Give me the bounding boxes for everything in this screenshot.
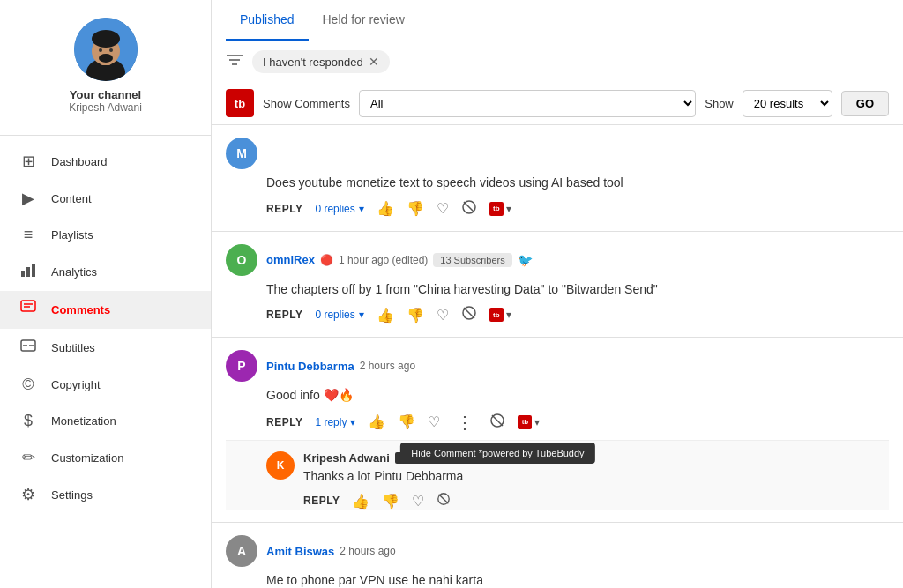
- sidebar-item-label: Analytics: [51, 265, 97, 279]
- sidebar-item-label: Customization: [51, 451, 123, 465]
- comment-time: 2 hours ago: [340, 545, 395, 557]
- tubebuddy-action[interactable]: tb ▾: [489, 308, 511, 322]
- reply-text: Thanks a lot Pintu Debbarma: [303, 468, 889, 486]
- tb-mini-logo: tb: [518, 415, 532, 429]
- sidebar-item-comments[interactable]: Comments: [0, 291, 211, 329]
- go-button[interactable]: GO: [841, 91, 889, 116]
- comment-author[interactable]: Pintu Debbarma: [266, 360, 354, 373]
- comment-header: P Pintu Debbarma 2 hours ago: [226, 350, 889, 382]
- reply-count: 0 replies: [315, 203, 354, 215]
- comment-author[interactable]: Amit Biswas: [266, 545, 334, 558]
- hide-icon[interactable]: [461, 199, 477, 219]
- reply-count: 1 reply: [315, 416, 347, 428]
- comment-block: P Pintu Debbarma 2 hours ago Good info ❤…: [212, 338, 903, 523]
- more-options-button[interactable]: ⋮: [452, 412, 477, 433]
- comment-meta: omniRex 🔴 1 hour ago (edited) 13 Subscri…: [266, 253, 533, 267]
- tab-published[interactable]: Published: [226, 0, 309, 41]
- comment-block: M Does youtube monetize text to speech v…: [212, 125, 903, 232]
- comment-time: 1 hour ago (edited): [339, 254, 428, 266]
- hide-icon[interactable]: [489, 413, 505, 432]
- filter-chip: I haven't responded ✕: [252, 50, 390, 73]
- replies-toggle[interactable]: 0 replies ▾: [315, 309, 363, 321]
- thumbs-up-icon[interactable]: 👍: [377, 307, 394, 324]
- sidebar-item-subtitles[interactable]: Subtitles: [0, 329, 211, 367]
- sidebar-item-settings[interactable]: ⚙ Settings: [0, 476, 211, 513]
- tb-dropdown-icon: ▾: [534, 416, 540, 428]
- filter-icon[interactable]: [226, 53, 243, 71]
- sidebar-item-copyright[interactable]: © Copyright: [0, 367, 211, 403]
- show-comments-select[interactable]: All Unread Questions Liked: [359, 90, 696, 117]
- replies-toggle[interactable]: 0 replies ▾: [315, 203, 363, 215]
- heart-icon[interactable]: ♡: [412, 493, 424, 510]
- comments-icon: [18, 300, 39, 320]
- sidebar-item-content[interactable]: ▶ Content: [0, 180, 211, 217]
- svg-point-4: [92, 30, 120, 48]
- sidebar-item-monetization[interactable]: $ Monetization: [0, 403, 211, 439]
- sidebar-item-dashboard[interactable]: ⊞ Dashboard: [0, 143, 211, 180]
- monetization-icon: $: [18, 412, 39, 430]
- sidebar-item-label: Comments: [51, 303, 110, 316]
- comment-text: The chapters off by 1 from "China harves…: [266, 281, 889, 299]
- avatar: [74, 18, 138, 81]
- channel-info: Your channel Kripesh Adwani: [69, 18, 142, 114]
- thumbs-up-icon[interactable]: 👍: [368, 413, 385, 430]
- comment-author[interactable]: omniRex: [266, 253, 315, 266]
- tubebuddy-action[interactable]: tb ▾: [518, 415, 540, 429]
- svg-point-6: [99, 48, 102, 52]
- hide-icon[interactable]: [437, 492, 451, 510]
- thumbs-up-icon[interactable]: 👍: [352, 493, 369, 510]
- filter-chip-close[interactable]: ✕: [369, 55, 379, 69]
- comment-avatar: M: [226, 138, 257, 169]
- svg-rect-9: [26, 267, 30, 277]
- thumbs-down-icon[interactable]: 👎: [398, 413, 415, 430]
- sidebar-item-playlists[interactable]: ≡ Playlists: [0, 217, 211, 253]
- tb-dropdown-icon: ▾: [506, 309, 511, 321]
- heart-icon[interactable]: ♡: [437, 200, 449, 217]
- red-arrow: [880, 385, 903, 447]
- results-select[interactable]: 20 results 50 results 100 results: [743, 90, 832, 117]
- verified-icon: 🔴: [320, 254, 333, 266]
- tb-mini-logo: tb: [489, 308, 504, 322]
- dashboard-icon: ⊞: [18, 152, 39, 171]
- thumbs-down-icon[interactable]: 👎: [407, 307, 424, 324]
- tubebuddy-bar: tb Show Comments All Unread Questions Li…: [212, 82, 903, 125]
- replies-toggle[interactable]: 1 reply ▾: [315, 416, 355, 428]
- comment-block: O omniRex 🔴 1 hour ago (edited) 13 Subsc…: [212, 232, 903, 339]
- comment-text: Me to phone par VPN use he nahi karta: [266, 572, 889, 588]
- reply-button[interactable]: REPLY: [266, 416, 302, 428]
- sidebar-item-customization[interactable]: ✏ Customization: [0, 439, 211, 476]
- thumbs-up-icon[interactable]: 👍: [377, 200, 394, 217]
- tb-mini-logo: tb: [489, 202, 504, 216]
- reply-content: Kripesh Adwani ✓ 1 second ago Thanks a l…: [303, 451, 889, 510]
- customization-icon: ✏: [18, 448, 39, 467]
- comment-actions: REPLY 0 replies ▾ 👍 👎 ♡ tb ▾: [266, 305, 889, 324]
- hide-icon[interactable]: [461, 305, 477, 324]
- reply-button[interactable]: REPLY: [266, 203, 302, 215]
- svg-point-5: [99, 54, 113, 63]
- reply-author[interactable]: Kripesh Adwani: [303, 451, 390, 465]
- reply-button[interactable]: REPLY: [303, 495, 340, 507]
- comment-share-icon[interactable]: 🐦: [518, 253, 533, 267]
- sidebar-item-label: Playlists: [51, 228, 93, 242]
- heart-icon[interactable]: ♡: [437, 307, 449, 324]
- thumbs-down-icon[interactable]: 👎: [382, 493, 399, 510]
- main-content: Published Held for review I haven't resp…: [212, 0, 903, 588]
- chevron-down-icon: ▾: [350, 416, 355, 428]
- thumbs-down-icon[interactable]: 👎: [407, 200, 424, 217]
- comment-actions: REPLY 0 replies ▾ 👍 👎 ♡ tb ▾: [266, 199, 889, 219]
- comments-area: M Does youtube monetize text to speech v…: [212, 125, 903, 588]
- reply-button[interactable]: REPLY: [266, 309, 302, 321]
- comment-meta: Amit Biswas 2 hours ago: [266, 545, 396, 558]
- sidebar-item-label: Dashboard: [51, 155, 108, 168]
- sidebar-item-label: Content: [51, 192, 92, 205]
- tubebuddy-action[interactable]: tb ▾: [489, 202, 511, 216]
- heart-icon[interactable]: ♡: [428, 413, 440, 430]
- filter-chip-text: I haven't responded: [263, 56, 363, 69]
- chevron-down-icon: ▾: [359, 309, 364, 321]
- chevron-down-icon: ▾: [359, 203, 364, 215]
- tubebuddy-logo: tb: [226, 89, 254, 117]
- sidebar-item-analytics[interactable]: Analytics: [0, 253, 211, 291]
- tab-held-for-review[interactable]: Held for review: [309, 0, 419, 41]
- sidebar-item-label: Copyright: [51, 378, 101, 391]
- content-icon: ▶: [18, 189, 39, 208]
